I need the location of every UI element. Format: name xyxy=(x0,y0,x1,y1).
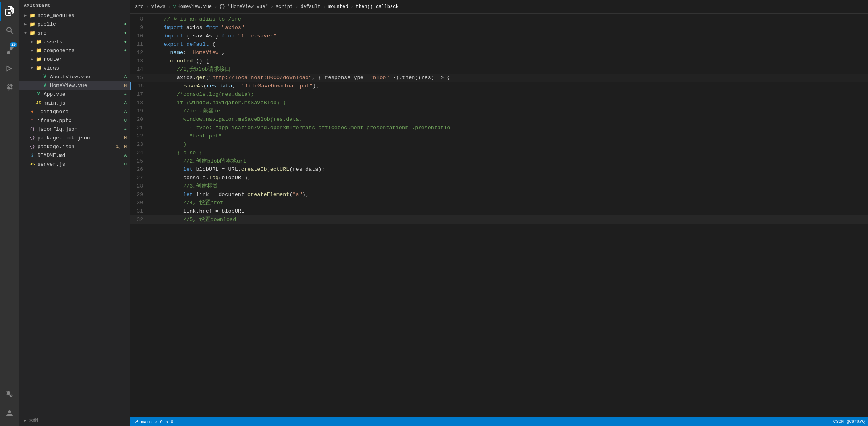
collapse-arrow: ▶ xyxy=(22,22,29,27)
js-icon: JS xyxy=(35,99,42,106)
code-line-19: 19 //ie -兼容ie xyxy=(130,107,868,115)
breadcrumb-src[interactable]: src xyxy=(135,4,144,10)
folder-icon: 📁 xyxy=(29,21,36,28)
activity-bar-git[interactable]: 20 xyxy=(0,40,19,59)
file-badge: A xyxy=(124,74,130,79)
sidebar-item-components[interactable]: ▶ 📁 components ● xyxy=(19,46,130,55)
status-errors[interactable]: ⚠ 0 ✕ 0 xyxy=(155,419,173,424)
sidebar-item-about-view[interactable]: ▶ V AboutView.vue A xyxy=(19,72,130,81)
file-label: views xyxy=(44,65,130,71)
sidebar-item-readme[interactable]: ▶ ℹ README.md A xyxy=(19,151,130,160)
sidebar-item-views[interactable]: ▼ 📁 views xyxy=(19,64,130,72)
file-label: iframe.pptx xyxy=(37,118,124,124)
outline-arrow: ▶ xyxy=(24,418,26,423)
code-line-22: 22 "test.ppt" xyxy=(130,132,868,140)
file-label: main.js xyxy=(44,100,124,106)
breadcrumb-file[interactable]: HomeView.vue xyxy=(178,4,212,10)
sidebar-item-gitignore[interactable]: ▶ ◆ .gitignore A xyxy=(19,107,130,116)
folder-icon: 📁 xyxy=(35,47,42,54)
activity-bar-extensions[interactable] xyxy=(0,78,19,97)
status-branch[interactable]: ⎇ main xyxy=(133,419,152,424)
code-editor[interactable]: 8 // @ is an alias to /src 9 import axio… xyxy=(130,14,868,417)
activity-bar-search[interactable] xyxy=(0,21,19,40)
file-badge: A xyxy=(124,101,130,105)
breadcrumb-mounted[interactable]: mounted xyxy=(328,4,348,10)
sidebar-item-public[interactable]: ▶ 📁 public ● xyxy=(19,20,130,29)
code-line-12: 12 name: 'HomeView', xyxy=(130,48,868,57)
file-label: public xyxy=(37,21,124,27)
json-icon: {} xyxy=(29,134,36,141)
vue-icon: V xyxy=(41,82,48,89)
code-line-14: 14 //1,安blob请求接口 xyxy=(130,65,868,74)
sidebar: AXIOSDEMO ▶ 📁 node_modules ▶ 📁 public ● … xyxy=(19,0,130,426)
sidebar-item-jsconfig[interactable]: ▶ {} jsconfig.json A xyxy=(19,125,130,134)
code-line-16: 16 saveAs(res.data, "fileSaveDownload.pp… xyxy=(130,82,868,90)
file-label: package.json xyxy=(37,144,116,150)
sidebar-item-package-lock[interactable]: ▶ {} package-lock.json M xyxy=(19,134,130,142)
breadcrumb: src › views › V HomeView.vue › {} "HomeV… xyxy=(130,0,868,14)
breadcrumb-script[interactable]: script xyxy=(276,4,293,10)
code-line-20: 20 window.navigator.msSaveBlob(res.data, xyxy=(130,115,868,124)
code-line-30: 30 //4, 设置href xyxy=(130,199,868,207)
file-badge: A xyxy=(124,109,130,114)
breadcrumb-views[interactable]: views xyxy=(151,4,166,10)
sidebar-item-assets[interactable]: ▶ 📁 assets ● xyxy=(19,37,130,46)
file-badge: ● xyxy=(124,48,130,53)
json-icon: {} xyxy=(29,126,36,133)
collapse-arrow: ▼ xyxy=(22,31,29,35)
sidebar-item-package-json[interactable]: ▶ {} package.json 1, M xyxy=(19,142,130,151)
code-line-9: 9 import axios from "axios" xyxy=(130,23,868,32)
sidebar-title: AXIOSDEMO xyxy=(24,3,51,8)
git-badge: 20 xyxy=(10,42,17,47)
breadcrumb-then[interactable]: then() callback xyxy=(356,4,399,10)
git-icon: ◆ xyxy=(29,108,36,115)
file-badge: ● xyxy=(124,22,130,27)
sidebar-header: AXIOSDEMO xyxy=(19,0,130,11)
collapse-arrow: ▶ xyxy=(22,13,29,18)
collapse-arrow: ▶ xyxy=(29,48,35,53)
status-left: ⎇ main ⚠ 0 ✕ 0 xyxy=(133,419,173,424)
file-badge: U xyxy=(124,162,130,167)
sidebar-item-node-modules[interactable]: ▶ 📁 node_modules xyxy=(19,11,130,20)
breadcrumb-default[interactable]: default xyxy=(300,4,320,10)
sidebar-item-iframe-pptx[interactable]: ▶ ≡ iframe.pptx U xyxy=(19,116,130,125)
sidebar-item-src[interactable]: ▼ 📁 src ● xyxy=(19,29,130,37)
file-label: jsconfig.json xyxy=(37,126,124,132)
activity-bar-explorer[interactable] xyxy=(0,2,19,21)
collapse-arrow: ▼ xyxy=(29,66,35,70)
md-icon: ℹ xyxy=(29,152,36,159)
code-line-17: 17 /*console.log(res.data); xyxy=(130,90,868,99)
folder-icon: 📁 xyxy=(35,38,42,45)
file-badge: A xyxy=(124,92,130,97)
js-icon: JS xyxy=(29,161,36,168)
file-label: package-lock.json xyxy=(37,135,124,141)
file-label: README.md xyxy=(37,153,124,159)
sidebar-item-app-vue[interactable]: ▶ V App.vue A xyxy=(19,90,130,99)
activity-bar-run[interactable] xyxy=(0,59,19,78)
sidebar-item-main-js[interactable]: ▶ JS main.js A xyxy=(19,99,130,107)
folder-icon: 📁 xyxy=(29,12,36,19)
code-line-11: 11 export default { xyxy=(130,40,868,48)
sidebar-item-home-view[interactable]: ▶ V HomeView.vue M xyxy=(19,81,130,90)
code-line-15: 15 axios.get("http://localhost:8000/down… xyxy=(130,74,868,82)
code-line-28: 28 //3,创建标签 xyxy=(130,182,868,190)
activity-bar-account[interactable] xyxy=(0,404,19,423)
status-credit: CSON @CaraYQ xyxy=(833,419,865,424)
code-line-32: 32 //5, 设置download xyxy=(130,215,868,224)
activity-bar-settings[interactable] xyxy=(0,385,19,404)
code-line-8: 8 // @ is an alias to /src xyxy=(130,15,868,23)
file-badge: M xyxy=(124,136,130,140)
editor-area: src › views › V HomeView.vue › {} "HomeV… xyxy=(130,0,868,426)
file-label: components xyxy=(44,48,124,54)
code-line-26: 26 let blobURL = URL.createObjectURL(res… xyxy=(130,165,868,174)
sidebar-item-server-js[interactable]: ▶ JS server.js U xyxy=(19,160,130,168)
vue-icon: V xyxy=(35,91,42,98)
breadcrumb-object[interactable]: {} "HomeView.vue" xyxy=(219,4,268,10)
vue-breadcrumb-icon: V xyxy=(173,4,176,9)
code-line-18: 18 if (window.navigator.msSaveBlob) { xyxy=(130,99,868,107)
activity-bar: 20 xyxy=(0,0,19,426)
file-badge: A xyxy=(124,127,130,132)
file-badge: A xyxy=(124,153,130,158)
sidebar-item-router[interactable]: ▶ 📁 router xyxy=(19,55,130,64)
sidebar-outline[interactable]: ▶ 大纲 xyxy=(19,414,130,426)
